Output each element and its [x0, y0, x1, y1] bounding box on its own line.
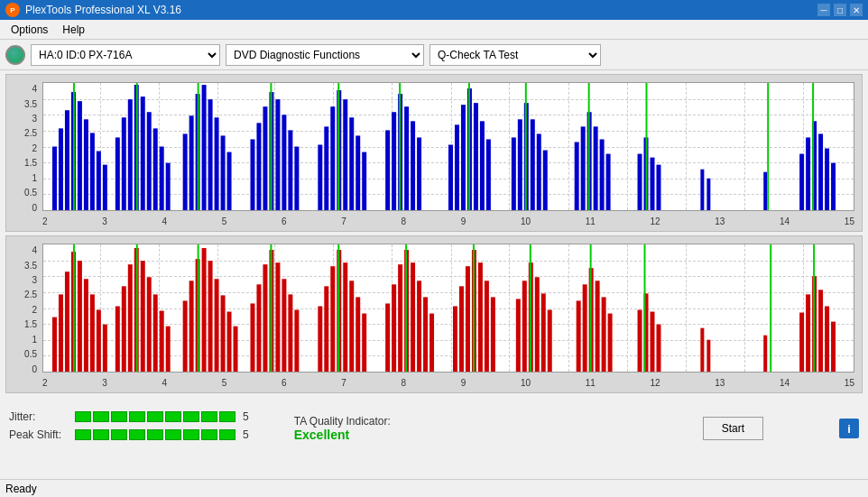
svg-rect-165 — [656, 325, 660, 372]
svg-rect-31 — [282, 115, 286, 210]
svg-rect-119 — [250, 303, 254, 372]
svg-rect-60 — [543, 151, 548, 210]
svg-rect-120 — [256, 284, 261, 372]
svg-rect-75 — [806, 137, 810, 210]
jitter-bar-8 — [201, 411, 217, 422]
svg-rect-73 — [763, 172, 767, 210]
svg-rect-142 — [429, 314, 434, 372]
svg-rect-71 — [700, 170, 704, 210]
jitter-value: 5 — [243, 410, 249, 423]
title-bar: P PlexTools Professional XL V3.16 ─ □ ✕ — [0, 0, 868, 20]
svg-rect-139 — [411, 262, 415, 372]
menu-options[interactable]: Options — [4, 22, 55, 38]
jitter-row: Jitter: 5 — [9, 410, 249, 423]
svg-rect-54 — [486, 139, 491, 210]
menu-help[interactable]: Help — [55, 22, 92, 38]
ta-quality-label: TA Quality Indicator: — [294, 415, 391, 428]
svg-rect-55 — [512, 137, 516, 210]
svg-rect-8 — [103, 165, 107, 210]
svg-rect-7 — [97, 152, 101, 210]
device-icon — [5, 45, 25, 65]
svg-rect-111 — [189, 281, 194, 372]
svg-rect-145 — [466, 266, 470, 372]
jitter-label: Jitter: — [9, 410, 68, 423]
test-select[interactable]: Q-Check TA Test — [429, 44, 601, 66]
device-select[interactable]: HA:0 ID:0 PX-716A — [31, 44, 220, 66]
svg-rect-38 — [343, 99, 347, 210]
svg-rect-47 — [417, 137, 421, 210]
svg-rect-101 — [115, 306, 120, 372]
close-button[interactable]: ✕ — [850, 4, 863, 16]
start-button[interactable]: Start — [703, 417, 763, 440]
svg-rect-127 — [318, 306, 322, 372]
bottom-chart-bars — [43, 244, 854, 372]
svg-rect-140 — [417, 281, 421, 372]
svg-rect-156 — [577, 300, 581, 372]
svg-rect-97 — [84, 279, 88, 372]
top-chart-y-axis: 4 3.5 3 2.5 2 1.5 1 0.5 0 — [6, 82, 41, 211]
svg-rect-134 — [362, 314, 366, 372]
svg-rect-169 — [799, 313, 804, 372]
svg-rect-25 — [227, 152, 232, 210]
svg-rect-131 — [343, 262, 347, 372]
peak-bar-4 — [129, 429, 145, 440]
svg-rect-168 — [763, 336, 767, 372]
svg-rect-136 — [392, 284, 396, 372]
svg-rect-115 — [215, 279, 219, 372]
title-bar-controls: ─ □ ✕ — [817, 4, 863, 16]
svg-rect-79 — [831, 163, 836, 210]
menu-bar: Options Help — [0, 20, 868, 40]
svg-rect-36 — [330, 106, 335, 210]
svg-rect-43 — [392, 112, 396, 210]
svg-rect-61 — [575, 142, 579, 210]
svg-rect-106 — [147, 277, 152, 372]
function-select[interactable]: DVD Diagnostic Functions — [226, 44, 424, 66]
peak-shift-value: 5 — [243, 428, 249, 441]
svg-rect-66 — [606, 154, 611, 210]
info-button[interactable]: i — [839, 419, 859, 438]
title-bar-left: P PlexTools Professional XL V3.16 — [5, 3, 181, 17]
svg-rect-137 — [398, 264, 402, 372]
svg-rect-149 — [491, 297, 495, 372]
svg-rect-22 — [208, 99, 213, 210]
svg-rect-26 — [250, 139, 254, 210]
peak-bar-5 — [147, 429, 163, 440]
svg-rect-161 — [608, 314, 613, 372]
svg-rect-143 — [453, 306, 457, 372]
svg-rect-94 — [65, 272, 69, 372]
svg-rect-33 — [294, 147, 299, 211]
svg-rect-28 — [263, 106, 267, 210]
app-title: PlexTools Professional XL V3.16 — [25, 4, 181, 16]
svg-rect-40 — [356, 135, 360, 210]
toolbar: HA:0 ID:0 PX-716A DVD Diagnostic Functio… — [0, 40, 868, 70]
bottom-panel: Jitter: 5 Peak Shift: — [0, 397, 868, 460]
svg-rect-123 — [275, 262, 280, 372]
svg-rect-129 — [330, 266, 335, 372]
jitter-bar-1 — [75, 411, 91, 422]
svg-rect-24 — [221, 135, 226, 210]
maximize-button[interactable]: □ — [834, 4, 846, 16]
svg-rect-98 — [90, 294, 95, 372]
svg-rect-118 — [234, 327, 238, 372]
svg-rect-52 — [474, 103, 478, 210]
ta-quality-value: Excellent — [294, 428, 349, 442]
svg-rect-39 — [349, 117, 354, 210]
svg-rect-14 — [147, 112, 152, 210]
minimize-button[interactable]: ─ — [817, 4, 830, 16]
svg-rect-41 — [362, 152, 366, 210]
svg-rect-9 — [115, 137, 120, 210]
svg-rect-30 — [275, 99, 280, 210]
peak-bar-1 — [75, 429, 91, 440]
svg-rect-162 — [638, 310, 642, 372]
svg-rect-46 — [411, 121, 415, 210]
svg-rect-166 — [700, 328, 704, 372]
svg-rect-159 — [596, 281, 600, 372]
bottom-chart: 4 3.5 3 2.5 2 1.5 1 0.5 0 — [5, 235, 863, 393]
svg-rect-173 — [825, 306, 829, 372]
svg-rect-125 — [288, 294, 292, 372]
svg-rect-99 — [97, 310, 101, 372]
jitter-bars — [75, 411, 235, 422]
svg-rect-174 — [831, 322, 836, 372]
svg-rect-67 — [638, 154, 642, 210]
svg-rect-172 — [818, 290, 823, 372]
